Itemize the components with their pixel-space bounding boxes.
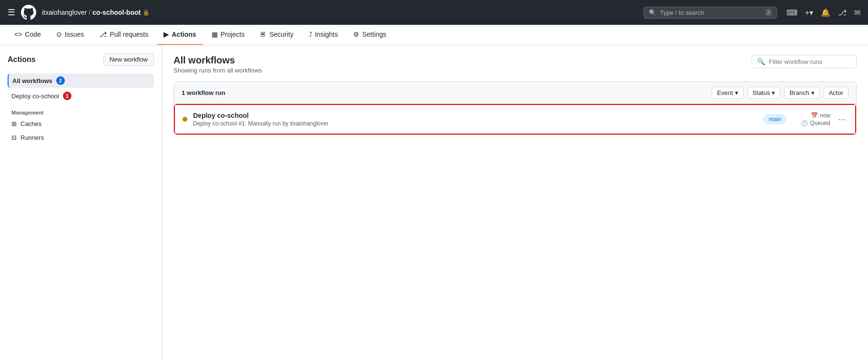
path-slash: / (89, 9, 91, 16)
workflow-info: Deploy co-school Deploy co-school #1: Ma… (193, 112, 758, 127)
subnav-item-insights[interactable]: ⤴ Insights (302, 25, 345, 45)
sidebar-item-runners[interactable]: ⊟ Runners (8, 131, 154, 144)
main-content: All workflows Showing runs from all work… (162, 45, 868, 362)
run-meta: 📅 now 🕐 Queued (792, 112, 830, 126)
branch-badge: main (764, 114, 786, 124)
sidebar: Actions New workflow All workflows 2 Dep… (0, 45, 162, 362)
subnav-item-code[interactable]: <> Code (8, 25, 48, 45)
page-title: All workflows (174, 55, 262, 66)
sidebar-item-deploy-coschool[interactable]: Deploy co-school 1 (8, 89, 154, 103)
all-workflows-badge: 2 (56, 76, 65, 85)
subnav-item-actions[interactable]: ▶ Actions (157, 25, 203, 45)
lock-icon: 🔒 (143, 9, 150, 16)
actor-filter-label: Actor (829, 89, 843, 96)
main-layout: Actions New workflow All workflows 2 Dep… (0, 45, 868, 362)
subnav-pr-label: Pull requests (110, 31, 148, 38)
deploy-coschool-label: Deploy co-school (11, 93, 59, 100)
subnav-item-projects[interactable]: ▦ Projects (205, 25, 252, 45)
filter-input-wrap: 🔍 (752, 55, 857, 68)
subnav-item-security[interactable]: ⛨ Security (253, 25, 300, 45)
actor-filter-button[interactable]: Actor (824, 87, 848, 99)
sidebar-header: Actions New workflow (8, 53, 154, 66)
security-icon: ⛨ (260, 31, 266, 38)
repo-path: itxaiohanglover / co-school-boot 🔒 (42, 9, 150, 16)
status-dot (183, 117, 187, 122)
event-filter-label: Event (717, 89, 733, 96)
workflow-table: 1 workflow run Event ▾ Status ▾ Branch ▾ (174, 82, 857, 135)
projects-icon: ▦ (212, 31, 218, 38)
subnav-issues-label: Issues (65, 31, 84, 38)
runners-icon: ⊟ (11, 134, 17, 141)
actions-icon: ▶ (163, 31, 169, 38)
sidebar-item-all-workflows[interactable]: All workflows 2 (8, 73, 154, 88)
pr-icon-button[interactable]: ⎇ (838, 8, 847, 17)
subnav-item-issues[interactable]: ⊙ Issues (50, 25, 91, 45)
pr-icon: ⎇ (99, 31, 107, 38)
repo-owner-link[interactable]: itxaiohanglover (42, 9, 87, 16)
github-logo (21, 5, 36, 20)
caches-icon: ⊞ (11, 120, 17, 127)
workflow-count-label: 1 workflow run (182, 89, 225, 96)
inbox-button[interactable]: ✉ (854, 8, 860, 17)
subnav-code-label: Code (25, 31, 41, 38)
filter-workflow-input[interactable] (769, 58, 849, 65)
highlight-box: Deploy co-school Deploy co-school #1: Ma… (174, 104, 856, 135)
content-header-left: All workflows Showing runs from all work… (174, 55, 262, 74)
sidebar-title: Actions (8, 55, 36, 64)
run-status-row: 🕐 Queued (801, 120, 830, 126)
page-subtitle: Showing runs from all workflows (174, 67, 262, 74)
calendar-icon: 📅 (811, 112, 818, 119)
search-input[interactable] (660, 9, 762, 16)
workflow-description: Deploy co-school #1: Manually run by itx… (193, 120, 758, 127)
workflow-filters: Event ▾ Status ▾ Branch ▾ Actor (712, 87, 848, 99)
workflow-name: Deploy co-school (193, 112, 758, 119)
settings-icon: ⚙ (353, 31, 359, 38)
sub-nav: <> Code ⊙ Issues ⎇ Pull requests ▶ Actio… (0, 25, 868, 45)
status-filter-button[interactable]: Status ▾ (747, 87, 781, 99)
search-bar: 🔍 / (643, 7, 777, 19)
sidebar-item-caches[interactable]: ⊞ Caches (8, 117, 154, 130)
nav-icons: ⌨ +▾ 🔔 ⎇ ✉ (786, 8, 860, 17)
run-time: now (820, 112, 830, 119)
deploy-coschool-badge: 1 (63, 92, 71, 100)
all-workflows-label: All workflows (12, 77, 52, 84)
notifications-button[interactable]: 🔔 (821, 8, 830, 17)
event-filter-button[interactable]: Event ▾ (712, 87, 743, 99)
branch-filter-label: Branch (789, 89, 809, 96)
queued-icon: 🕐 (801, 120, 808, 126)
repo-name-link[interactable]: co-school-boot (92, 9, 141, 16)
event-chevron-icon: ▾ (735, 89, 738, 96)
runners-label: Runners (20, 134, 44, 141)
new-button[interactable]: +▾ (805, 8, 813, 17)
run-status: Queued (810, 120, 830, 126)
subnav-security-label: Security (269, 31, 294, 38)
top-nav: ☰ itxaiohanglover / co-school-boot 🔒 🔍 /… (0, 0, 868, 25)
branch-filter-button[interactable]: Branch ▾ (784, 87, 819, 99)
branch-chevron-icon: ▾ (811, 89, 815, 96)
code-icon: <> (14, 31, 22, 38)
subnav-item-settings[interactable]: ⚙ Settings (347, 25, 393, 45)
workflow-count-bar: 1 workflow run Event ▾ Status ▾ Branch ▾ (174, 82, 856, 104)
subnav-settings-label: Settings (362, 31, 387, 38)
content-header: All workflows Showing runs from all work… (174, 55, 857, 74)
status-filter-label: Status (753, 89, 770, 96)
subnav-actions-label: Actions (172, 31, 196, 38)
table-row[interactable]: Deploy co-school Deploy co-school #1: Ma… (175, 105, 855, 134)
filter-search-icon: 🔍 (757, 58, 765, 65)
kbd-hint: / (766, 9, 772, 16)
status-chevron-icon: ▾ (772, 89, 775, 96)
subnav-projects-label: Projects (221, 31, 245, 38)
more-options-button[interactable]: ⋯ (836, 113, 848, 126)
caches-label: Caches (20, 120, 41, 127)
subnav-item-pullrequests[interactable]: ⎇ Pull requests (92, 25, 155, 45)
insights-icon: ⤴ (309, 31, 312, 38)
hamburger-button[interactable]: ☰ (8, 7, 15, 18)
terminal-button[interactable]: ⌨ (786, 8, 797, 17)
management-section-label: Management (8, 104, 154, 117)
new-workflow-button[interactable]: New workflow (103, 53, 154, 66)
subnav-insights-label: Insights (315, 31, 338, 38)
issues-icon: ⊙ (56, 31, 62, 38)
search-icon: 🔍 (649, 9, 656, 16)
run-time-row: 📅 now (811, 112, 830, 119)
